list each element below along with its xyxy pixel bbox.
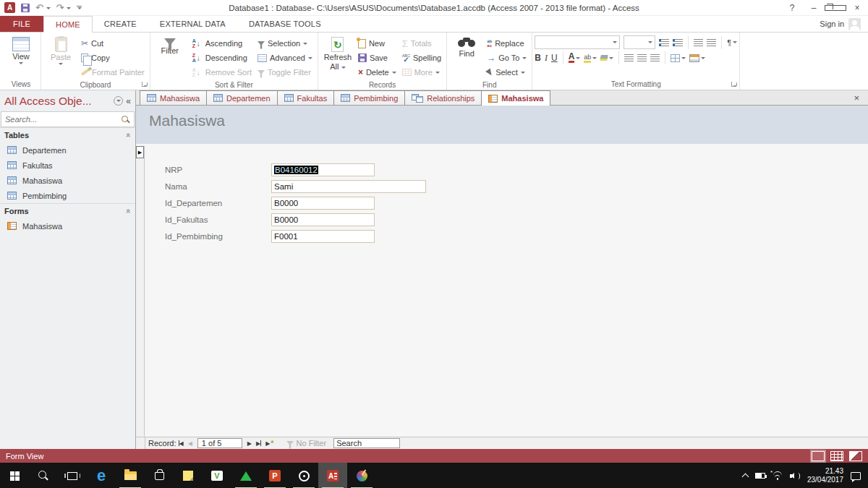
minimize-button[interactable]: – bbox=[803, 3, 825, 13]
ribbon-tab-create[interactable]: CREATE bbox=[93, 16, 148, 32]
last-record-button[interactable]: ▶ bbox=[256, 440, 261, 447]
increase-indent-button[interactable] bbox=[707, 39, 716, 46]
doc-tab-pembimbing[interactable]: Pembimbing bbox=[333, 90, 405, 105]
collapse-group-chevron-icon[interactable]: « bbox=[124, 209, 133, 213]
doc-tab-mahasiswa[interactable]: Mahasiswa bbox=[481, 90, 550, 106]
copy-button[interactable]: Copy bbox=[78, 51, 148, 65]
save-record-button[interactable]: Save bbox=[355, 51, 399, 65]
customize-quick-access-icon[interactable] bbox=[77, 6, 82, 9]
advanced-button[interactable]: Advanced bbox=[255, 51, 315, 65]
highlight-color-button[interactable]: ab bbox=[584, 53, 597, 63]
ribbon-tab-external-data[interactable]: EXTERNAL DATA bbox=[148, 16, 237, 32]
nav-search-input[interactable] bbox=[1, 115, 121, 124]
wifi-icon[interactable] bbox=[773, 472, 783, 480]
select-button[interactable]: Select bbox=[484, 65, 529, 80]
bullets-button[interactable] bbox=[659, 39, 669, 46]
toggle-filter-button[interactable]: Toggle Filter bbox=[255, 65, 315, 80]
sidebar-item-forms-mahasiswa[interactable]: Mahasiswa bbox=[0, 218, 135, 234]
collapse-group-chevron-icon[interactable]: « bbox=[124, 133, 133, 137]
font-color-button[interactable]: A bbox=[569, 53, 581, 63]
filter-button[interactable]: Filter bbox=[153, 35, 187, 55]
undo-icon[interactable]: ↶ bbox=[35, 2, 51, 13]
gridlines-button[interactable] bbox=[671, 54, 686, 62]
nav-group-tables[interactable]: Tables« bbox=[0, 127, 135, 142]
ribbon-tab-home[interactable]: HOME bbox=[43, 16, 93, 33]
numbering-button[interactable] bbox=[673, 39, 683, 46]
current-record-box[interactable]: 1 of 5 bbox=[197, 438, 242, 448]
sticky-notes-button[interactable] bbox=[174, 463, 203, 488]
doc-tab-mahasiswa[interactable]: Mahasiswa bbox=[140, 90, 207, 105]
view-button[interactable]: View bbox=[4, 35, 38, 64]
sidebar-item-tables-pembimbing[interactable]: Pembimbing bbox=[0, 188, 135, 203]
spelling-button[interactable]: ABC✓ Spelling bbox=[399, 51, 444, 65]
font-size-combobox[interactable] bbox=[624, 35, 655, 49]
green-triangle-app-button[interactable] bbox=[231, 463, 260, 488]
sign-in[interactable]: Sign in bbox=[820, 16, 868, 32]
restore-button[interactable] bbox=[825, 3, 846, 13]
nav-pane-menu-icon[interactable] bbox=[114, 96, 123, 106]
design-view-button[interactable] bbox=[849, 451, 862, 461]
paint-app-button[interactable] bbox=[347, 463, 376, 488]
cut-button[interactable]: ✂ Cut bbox=[78, 36, 148, 51]
doc-tab-fakultas[interactable]: Fakultas bbox=[277, 90, 335, 105]
alternate-row-color-button[interactable] bbox=[689, 54, 705, 62]
battery-icon[interactable] bbox=[755, 473, 765, 479]
sidebar-item-tables-mahasiswa[interactable]: Mahasiswa bbox=[0, 173, 135, 188]
go-to-button[interactable]: → Go To bbox=[484, 51, 529, 65]
clipboard-dialog-launcher-icon[interactable] bbox=[142, 82, 147, 87]
filter-status-button[interactable]: No Filter bbox=[286, 439, 327, 448]
decrease-indent-button[interactable] bbox=[694, 39, 703, 46]
ascending-button[interactable]: AZ↓ Ascending bbox=[187, 36, 255, 51]
ribbon-tab-database-tools[interactable]: DATABASE TOOLS bbox=[237, 16, 333, 32]
text-direction-button[interactable]: ¶ bbox=[727, 38, 737, 47]
new-record-button[interactable]: New bbox=[355, 36, 399, 51]
first-record-button[interactable]: ◀ bbox=[179, 440, 184, 447]
file-explorer-button[interactable] bbox=[116, 463, 145, 488]
save-icon[interactable] bbox=[21, 4, 30, 12]
refresh-all-button[interactable]: ↻ Refresh All bbox=[320, 35, 355, 71]
find-button[interactable]: Find bbox=[449, 35, 484, 58]
font-name-combobox[interactable] bbox=[535, 35, 620, 49]
ribbon-tab-file[interactable]: FILE bbox=[0, 16, 43, 32]
videoscribe-button[interactable]: V bbox=[203, 463, 231, 488]
next-record-button[interactable]: ▶ bbox=[247, 440, 252, 447]
nav-group-forms[interactable]: Forms« bbox=[0, 203, 135, 218]
recorder-button[interactable] bbox=[289, 463, 318, 488]
selection-button[interactable]: Selection bbox=[255, 36, 315, 51]
delete-record-button[interactable]: × Delete bbox=[355, 65, 399, 80]
doc-tab-relationships[interactable]: Relationships bbox=[404, 90, 482, 105]
redo-icon[interactable]: ↷ bbox=[56, 2, 72, 13]
totals-button[interactable]: Σ Totals bbox=[399, 36, 444, 51]
format-painter-button[interactable]: Format Painter bbox=[78, 65, 148, 80]
doc-tab-departemen[interactable]: Departemen bbox=[206, 90, 278, 105]
datasheet-view-button[interactable] bbox=[830, 451, 843, 461]
align-right-button[interactable] bbox=[650, 54, 660, 61]
close-document-icon[interactable]: × bbox=[854, 93, 868, 103]
edge-button[interactable]: e bbox=[87, 463, 116, 488]
nama-input[interactable]: Sami bbox=[271, 180, 426, 193]
id-departemen-input[interactable]: B0000 bbox=[271, 197, 375, 210]
descending-button[interactable]: ZA↓ Descending bbox=[187, 51, 255, 65]
volume-icon[interactable] bbox=[790, 472, 800, 480]
close-button[interactable]: × bbox=[846, 3, 868, 13]
nrp-input[interactable]: B04160012 bbox=[271, 163, 375, 176]
start-button[interactable] bbox=[0, 463, 29, 488]
align-left-button[interactable] bbox=[624, 54, 634, 61]
italic-button[interactable]: I bbox=[545, 53, 548, 64]
shutter-bar-close-icon[interactable]: « bbox=[126, 96, 131, 106]
underline-button[interactable]: U bbox=[551, 53, 558, 63]
sidebar-item-tables-departemen[interactable]: Departemen bbox=[0, 142, 135, 158]
powerpoint-button[interactable]: P bbox=[260, 463, 289, 488]
help-button[interactable]: ? bbox=[781, 3, 803, 13]
new-blank-record-button[interactable]: ▶* bbox=[265, 439, 273, 448]
background-fill-button[interactable] bbox=[600, 55, 613, 61]
paste-button[interactable]: Paste bbox=[43, 35, 78, 65]
form-view-button[interactable] bbox=[812, 451, 825, 461]
access-taskbar-button[interactable]: A bbox=[318, 463, 347, 488]
nav-search-box[interactable] bbox=[1, 111, 135, 127]
store-button[interactable] bbox=[145, 463, 174, 488]
previous-record-button[interactable]: ◀ bbox=[188, 440, 192, 447]
task-view-button[interactable] bbox=[58, 463, 87, 488]
align-center-button[interactable] bbox=[637, 54, 647, 61]
record-selector-strip[interactable]: ▶ bbox=[136, 146, 145, 437]
